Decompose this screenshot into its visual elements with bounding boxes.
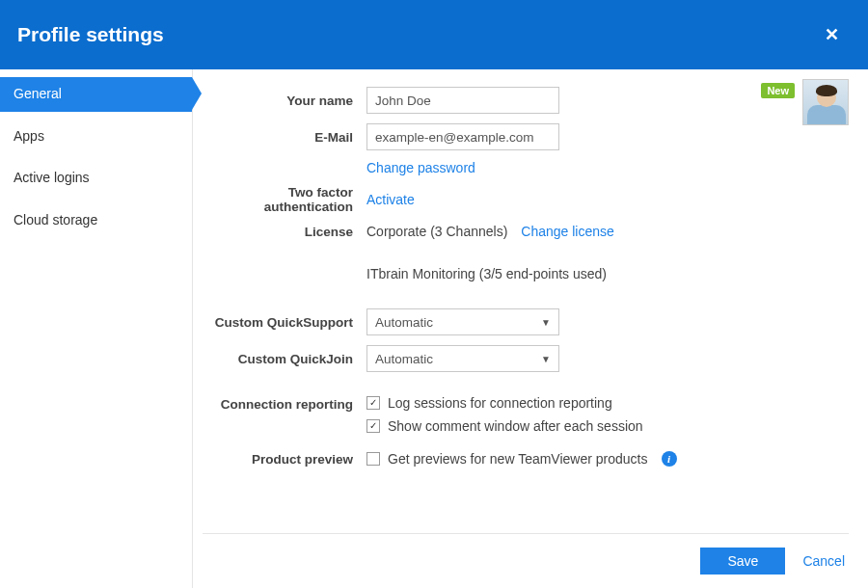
log-sessions-checkbox[interactable] <box>366 396 380 410</box>
top-right-cluster: New <box>761 79 849 125</box>
dialog-header: Profile settings ✕ <box>0 0 868 69</box>
email-label: E-Mail <box>203 130 366 145</box>
itbrain-status: ITbrain Monitoring (3/5 end-points used) <box>366 266 607 281</box>
change-password-link[interactable]: Change password <box>366 160 475 175</box>
quicksupport-value: Automatic <box>375 315 433 330</box>
tfa-label: Two factor authentication <box>203 185 366 214</box>
info-icon[interactable]: i <box>662 451 677 467</box>
quicksupport-select[interactable]: Automatic ▼ <box>366 308 559 335</box>
change-license-link[interactable]: Change license <box>521 224 614 239</box>
tfa-activate-link[interactable]: Activate <box>366 192 415 207</box>
sidebar: General Apps Active logins Cloud storage <box>0 69 193 588</box>
close-icon[interactable]: ✕ <box>817 20 847 49</box>
license-label: License <box>203 225 366 239</box>
quicksupport-label: Custom QuickSupport <box>203 315 366 330</box>
quickjoin-label: Custom QuickJoin <box>203 352 366 366</box>
cancel-button[interactable]: Cancel <box>802 553 845 569</box>
sidebar-item-cloud-storage[interactable]: Cloud storage <box>0 203 192 238</box>
new-badge: New <box>761 83 795 98</box>
sidebar-item-label: Active logins <box>14 170 90 185</box>
license-value: Corporate (3 Channels) <box>366 224 507 239</box>
sidebar-item-active-logins[interactable]: Active logins <box>0 161 192 196</box>
product-preview-checkbox[interactable] <box>366 452 380 466</box>
dialog-footer: Save Cancel <box>203 533 849 588</box>
save-button[interactable]: Save <box>700 548 785 575</box>
name-input[interactable] <box>366 87 559 114</box>
show-comment-checkbox[interactable] <box>366 419 380 433</box>
show-comment-label: Show comment window after each session <box>388 418 643 434</box>
quickjoin-value: Automatic <box>375 352 433 366</box>
preview-label: Product preview <box>203 452 366 467</box>
product-preview-label: Get previews for new TeamViewer products <box>388 451 648 467</box>
quickjoin-select[interactable]: Automatic ▼ <box>366 345 559 372</box>
chevron-down-icon: ▼ <box>541 354 551 364</box>
avatar[interactable] <box>802 79 849 125</box>
sidebar-item-general[interactable]: General <box>0 77 192 112</box>
dialog-title: Profile settings <box>17 23 164 46</box>
chevron-down-icon: ▼ <box>541 317 551 328</box>
reporting-label: Connection reporting <box>203 395 366 412</box>
sidebar-item-label: Apps <box>14 128 44 144</box>
log-sessions-label: Log sessions for connection reporting <box>388 395 612 411</box>
name-label: Your name <box>203 94 366 108</box>
content-pane: New Your name E-Mail <box>193 69 868 588</box>
sidebar-item-label: General <box>14 86 62 101</box>
email-input[interactable] <box>366 123 559 150</box>
sidebar-item-apps[interactable]: Apps <box>0 120 192 154</box>
sidebar-item-label: Cloud storage <box>14 212 97 227</box>
